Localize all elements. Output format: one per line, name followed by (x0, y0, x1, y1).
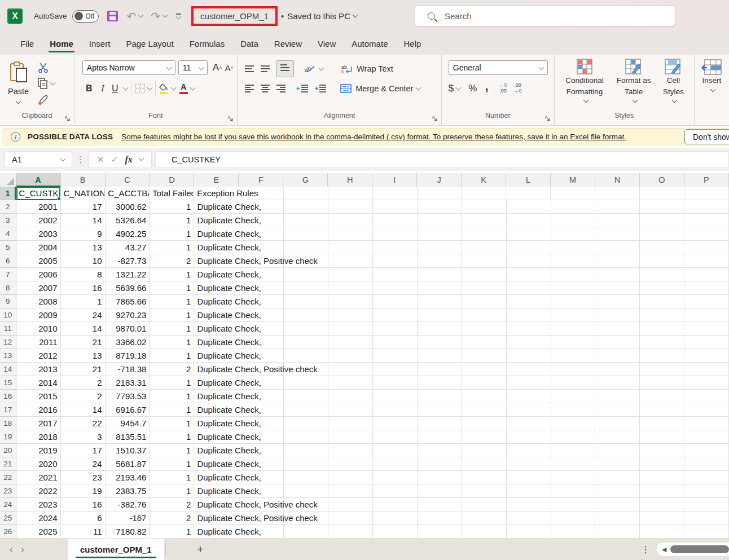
cell-A6[interactable]: 2005 (16, 254, 61, 268)
cell-C2[interactable]: 3000.62 (106, 200, 150, 214)
cell-A18[interactable]: 2017 (16, 417, 61, 430)
column-header-E[interactable]: E (194, 173, 239, 187)
increase-font-size-button[interactable]: A˄ (213, 62, 222, 73)
cell-E2[interactable]: Duplicate Check, (194, 200, 239, 214)
cell-L3[interactable] (507, 214, 551, 227)
cell-J20[interactable] (418, 444, 462, 457)
cell-K4[interactable] (462, 227, 507, 241)
cell-K21[interactable] (462, 457, 507, 471)
cell-L9[interactable] (507, 295, 551, 308)
fill-color-chevron-icon[interactable] (170, 85, 176, 90)
cell-E26[interactable]: Duplicate Check, (194, 525, 239, 539)
cell-B20[interactable]: 17 (61, 444, 106, 457)
cell-N11[interactable] (595, 322, 640, 336)
cell-L24[interactable] (507, 498, 551, 512)
cell-N22[interactable] (595, 471, 640, 484)
cell-O23[interactable] (640, 484, 684, 498)
cell-A22[interactable]: 2021 (16, 471, 61, 484)
cell-O4[interactable] (640, 227, 684, 241)
cell-J7[interactable] (418, 268, 462, 281)
cell-K11[interactable] (462, 322, 507, 336)
cell-C26[interactable]: 7180.82 (106, 525, 150, 539)
cell-M15[interactable] (551, 376, 596, 390)
cell-I5[interactable] (373, 241, 418, 254)
cell-G7[interactable] (284, 268, 328, 281)
filename-highlight-box[interactable]: customer_OPM_1 (191, 6, 278, 26)
cell-L17[interactable] (507, 403, 551, 417)
tab-formulas[interactable]: Formulas (182, 32, 233, 55)
cell-P8[interactable] (684, 281, 729, 295)
cell-C23[interactable]: 2383.75 (106, 484, 150, 498)
row-header-20[interactable]: 20 (0, 444, 16, 457)
cell-J26[interactable] (418, 525, 462, 539)
cell-A12[interactable]: 2011 (16, 336, 61, 349)
row-header-12[interactable]: 12 (0, 336, 16, 349)
cell-M10[interactable] (551, 308, 596, 322)
cell-B2[interactable]: 17 (61, 200, 106, 214)
cell-G4[interactable] (284, 227, 328, 241)
cell-J22[interactable] (418, 471, 462, 484)
warning-message-link[interactable]: Some features might be lost if you save … (121, 133, 626, 141)
row-header-14[interactable]: 14 (0, 363, 16, 376)
cell-M23[interactable] (551, 484, 596, 498)
cell-N2[interactable] (595, 200, 640, 214)
cell-C3[interactable]: 5326.64 (106, 214, 150, 227)
cell-L12[interactable] (507, 336, 551, 349)
cell-J21[interactable] (418, 457, 462, 471)
cell-H16[interactable] (328, 390, 373, 403)
column-header-I[interactable]: I (372, 173, 417, 187)
cell-H4[interactable] (328, 227, 373, 241)
cell-B16[interactable]: 2 (61, 390, 106, 403)
cell-E4[interactable]: Duplicate Check, (194, 227, 239, 241)
cell-I4[interactable] (373, 227, 418, 241)
cell-M5[interactable] (551, 241, 596, 254)
row-header-5[interactable]: 5 (0, 241, 16, 254)
tab-review[interactable]: Review (266, 32, 310, 55)
cell-B11[interactable]: 14 (61, 322, 106, 336)
cell-N8[interactable] (595, 281, 640, 295)
enter-icon[interactable]: ✓ (111, 155, 118, 165)
cell-E24[interactable]: Duplicate Check, Positive check (194, 498, 239, 512)
cell-G9[interactable] (284, 295, 328, 308)
cell-H1[interactable] (328, 187, 373, 200)
cell-J11[interactable] (418, 322, 462, 336)
align-center-icon[interactable] (260, 85, 270, 92)
tab-automate[interactable]: Automate (344, 32, 396, 55)
cell-D25[interactable]: 2 (150, 512, 194, 525)
cell-H7[interactable] (328, 268, 373, 281)
cell-A8[interactable]: 2007 (16, 281, 61, 295)
cell-N17[interactable] (595, 403, 640, 417)
format-as-table-button[interactable]: Format as Table (612, 58, 656, 112)
insert-cells-button[interactable]: Insert (701, 59, 722, 112)
cell-O16[interactable] (640, 390, 684, 403)
cell-L18[interactable] (507, 417, 551, 430)
cell-P15[interactable] (684, 376, 729, 390)
cell-J4[interactable] (418, 227, 462, 241)
cell-H19[interactable] (328, 430, 373, 444)
cell-A23[interactable]: 2022 (16, 484, 61, 498)
align-middle-icon[interactable] (260, 65, 270, 73)
row-header-9[interactable]: 9 (0, 295, 16, 308)
number-format-select[interactable]: General (449, 60, 548, 75)
cell-M26[interactable] (551, 525, 596, 539)
cell-J12[interactable] (418, 336, 462, 349)
scrollbar-thumb[interactable] (670, 545, 729, 553)
align-right-icon[interactable] (276, 85, 286, 92)
cell-E23[interactable]: Duplicate Check, (194, 484, 239, 498)
cell-G2[interactable] (284, 200, 328, 214)
cell-B21[interactable]: 24 (61, 457, 106, 471)
cell-H13[interactable] (328, 349, 373, 363)
cell-E16[interactable]: Duplicate Check, (194, 390, 239, 403)
cell-C4[interactable]: 4902.25 (106, 227, 150, 241)
cell-M18[interactable] (551, 417, 596, 430)
saved-status[interactable]: Saved to this PC (287, 11, 357, 21)
comma-style-button[interactable]: , (485, 79, 488, 94)
cell-C24[interactable]: -382.76 (106, 498, 150, 512)
cell-I10[interactable] (373, 308, 418, 322)
cell-P18[interactable] (684, 417, 729, 430)
horizontal-scrollbar[interactable]: ◀ (657, 543, 729, 556)
column-header-D[interactable]: D (150, 173, 194, 187)
fx-chevron-icon[interactable] (138, 156, 144, 161)
formula-bar-handle-icon[interactable]: ⋮ (76, 155, 85, 165)
cell-N4[interactable] (595, 227, 640, 241)
